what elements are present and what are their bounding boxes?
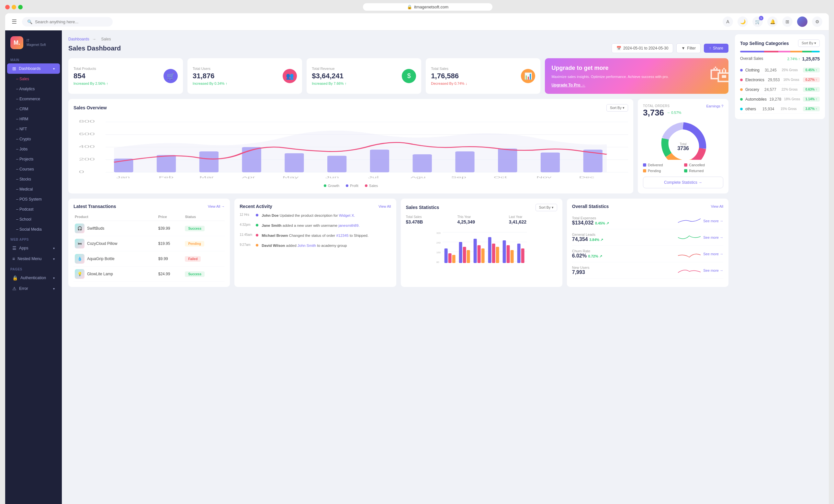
overall-left-3: New Users 7,993 <box>572 266 590 275</box>
close-dot[interactable] <box>5 5 10 9</box>
complete-stats-button[interactable]: Complete Statistics → <box>643 177 723 188</box>
product-name-3: GlowLite Lamp <box>87 272 113 276</box>
activity-link-2[interactable]: #12345 <box>336 233 348 237</box>
sidebar-item-stocks[interactable]: – Stocks <box>7 174 60 184</box>
legend-pending: Pending <box>643 169 682 173</box>
overall-stats-header: Overall Statistics View All <box>572 204 723 209</box>
overall-stats-card: Overall Statistics View All Total Expens… <box>567 199 728 287</box>
avatar[interactable] <box>797 17 808 27</box>
search-input[interactable] <box>35 19 108 24</box>
product-cell-0: 🎧 SwiftBuds <box>73 221 157 236</box>
overall-value-2: 6.02% 0.72% ↗ <box>572 253 602 259</box>
category-count-0: 31,245 <box>765 68 777 72</box>
sidebar-label-courses: – Courses <box>16 167 34 171</box>
activity-link-3[interactable]: John Smith <box>298 244 316 248</box>
web-apps-section-label: WEB APPS <box>5 234 62 243</box>
sidebar-item-medical[interactable]: – Medical <box>7 184 60 194</box>
activity-view-all[interactable]: View All <box>378 204 391 208</box>
orders-change: → 0.57% <box>666 111 681 115</box>
top-selling-sort[interactable]: Sort By ▾ <box>798 40 820 47</box>
right-panel: Top Selling Categories Sort By ▾ Overall… <box>735 30 829 504</box>
sidebar-item-social[interactable]: – Social Media <box>7 225 60 234</box>
sparkline-1 <box>678 233 701 242</box>
sidebar-item-podcast[interactable]: – Podcast <box>7 204 60 214</box>
sales-sort-button[interactable]: Sort By ▾ <box>535 204 557 211</box>
sidebar-item-nft[interactable]: – NFT <box>7 124 60 134</box>
sidebar-item-dashboards[interactable]: ⊞ Dashboards ▾ <box>7 63 60 74</box>
svg-text:3736: 3736 <box>677 145 689 151</box>
page-header: Sales Dashboard 📅 2024-05-01 to 2024-05-… <box>68 43 728 53</box>
overall-value-0: $134,032 0.45% ↗ <box>572 220 609 226</box>
share-icon: ↑ <box>709 46 711 50</box>
expand-icon[interactable]: ⊞ <box>782 17 793 27</box>
breadcrumb: Dashboards → Sales <box>68 37 728 41</box>
activity-link-1[interactable]: janesmith89. <box>338 224 359 227</box>
sort-by-button[interactable]: Sort By ▾ <box>607 104 628 112</box>
overall-value: 1,25,875 <box>802 56 820 62</box>
share-button[interactable]: ↑ Share <box>704 44 728 53</box>
content-area: Dashboards → Sales Sales Dashboard 📅 202… <box>62 30 735 504</box>
overall-label-3: New Users <box>572 266 590 270</box>
svg-text:Apr: Apr <box>242 176 256 179</box>
sidebar-item-hrm[interactable]: – HRM <box>7 114 60 124</box>
share-label: Share <box>713 46 723 50</box>
transactions-view-all[interactable]: View All → <box>208 204 225 208</box>
sidebar-item-ecommerce[interactable]: – Ecommerce <box>7 94 60 104</box>
minimize-dot[interactable] <box>12 5 16 9</box>
sidebar-item-analytics[interactable]: – Analytics <box>7 84 60 94</box>
activity-time-3: 9:27am <box>240 243 253 248</box>
sidebar-item-error[interactable]: ⚠ Error ▾ <box>7 283 60 294</box>
breadcrumb-separator: → <box>92 37 96 41</box>
url-bar[interactable]: 🔒 itmagenetsoft.com <box>363 3 492 11</box>
sidebar-item-crm[interactable]: – CRM <box>7 104 60 114</box>
donut-container: Total 3736 <box>643 121 723 160</box>
sales-meta-value-0: $3.478B <box>406 219 454 225</box>
chevron-down-icon-nested: ▾ <box>53 257 55 261</box>
sidebar-item-apps[interactable]: ☰ Apps ▾ <box>7 243 60 253</box>
moon-icon[interactable]: 🌙 <box>738 17 748 27</box>
category-item: Grocery 24,577 22% Gross 0.63% ↑ <box>740 85 820 94</box>
promo-link[interactable]: Upgrade To Pro → <box>551 83 722 87</box>
filter-button[interactable]: ▼ Filter <box>676 43 701 53</box>
svg-text:Dec: Dec <box>579 176 594 179</box>
date-range-button[interactable]: 📅 2024-05-01 to 2024-05-30 <box>612 43 673 53</box>
sidebar-item-nested-menu[interactable]: ≡ Nested Menu ▾ <box>7 254 60 264</box>
cart-icon[interactable]: 🛒 5 <box>752 17 763 27</box>
legend-sales: Sales <box>365 184 378 188</box>
stat-icon-3: 📊 <box>521 69 535 83</box>
svg-rect-52 <box>481 248 484 263</box>
stat-card-2: Total Revenue $3,64,241 Increased By 7.6… <box>307 58 421 94</box>
overall-change: 2.74% ↑ <box>787 57 800 61</box>
sidebar-item-crypto[interactable]: – Crypto <box>7 134 60 144</box>
breadcrumb-home[interactable]: Dashboards <box>68 37 89 41</box>
maximize-dot[interactable] <box>18 5 23 9</box>
sidebar-item-authentication[interactable]: 🔒 Authentication ▾ <box>7 273 60 283</box>
sidebar-item-sales[interactable]: – Sales <box>7 74 60 84</box>
date-range-text: 2024-05-01 to 2024-05-30 <box>623 46 668 50</box>
translate-icon[interactable]: A <box>723 17 733 27</box>
bell-icon[interactable]: 🔔 <box>767 17 778 27</box>
svg-rect-55 <box>496 247 499 263</box>
sidebar-item-school[interactable]: – School <box>7 214 60 224</box>
product-status-2: Failed <box>183 251 225 266</box>
sidebar-item-jobs[interactable]: – Jobs <box>7 144 60 154</box>
sidebar-item-pos[interactable]: – POS System <box>7 194 60 204</box>
settings-icon[interactable]: ⚙ <box>812 17 822 27</box>
category-left-2: Grocery <box>740 87 759 92</box>
activity-text-1: Jane Smith added a new user with usernam… <box>262 223 359 228</box>
see-more-0[interactable]: See more → <box>703 219 723 223</box>
sidebar-item-courses[interactable]: – Courses <box>7 164 60 174</box>
earnings-link[interactable]: Earnings ? <box>706 104 723 108</box>
see-more-2[interactable]: See more → <box>703 252 723 256</box>
category-badge-3: 1.14% ↑ <box>803 97 820 101</box>
activity-link-0[interactable]: Widget X. <box>339 213 355 217</box>
see-more-3[interactable]: See more → <box>703 269 723 272</box>
see-more-1[interactable]: See more → <box>703 235 723 239</box>
overall-item-3: New Users 7,993 See more → <box>572 262 723 279</box>
overall-stats-view-all[interactable]: View All <box>711 204 723 208</box>
activity-time-0: 12 Hrs <box>240 213 253 219</box>
sidebar-item-projects[interactable]: – Projects <box>7 154 60 164</box>
hamburger-icon[interactable]: ☰ <box>12 18 17 25</box>
chevron-down-icon-auth: ▾ <box>53 276 55 280</box>
category-gross-2: 22% Gross <box>782 88 797 91</box>
